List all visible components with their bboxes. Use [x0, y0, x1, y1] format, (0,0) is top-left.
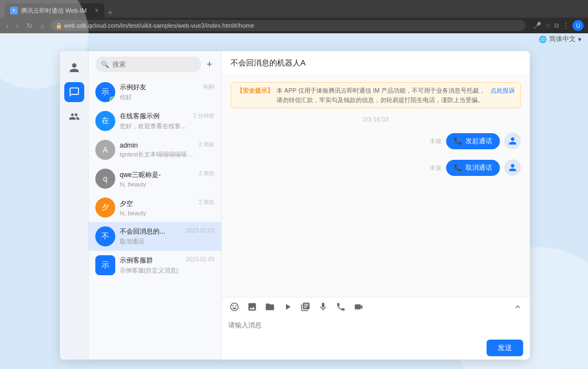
conv-name: 不会回消息的...	[120, 227, 182, 236]
sidebar-item-chat[interactable]	[64, 82, 84, 102]
avatar-text: 在	[101, 116, 109, 126]
conv-time: 刚刚	[203, 83, 214, 91]
conv-time: 2023-02-03	[186, 256, 214, 262]
conv-info: qwe三昵称是- hi, beauty	[120, 170, 195, 188]
security-label: 【安全提示】	[237, 86, 273, 95]
call-message-row-2: 未接 📞 取消通话	[231, 159, 521, 176]
conversation-list: 🔍 + 示 示例好友 你好 刚刚 在 在线客服示例 您好，欢迎查看在线客服示	[89, 51, 222, 360]
conv-item-zaixian-kefu[interactable]: 在 在线客服示例 您好，欢迎查看在线客服示例。 2 分钟前	[89, 107, 221, 135]
conv-info: 示例客服群 示例客服[自定义消息]	[120, 256, 182, 275]
file-btn[interactable]	[264, 301, 276, 313]
address-input-box[interactable]: 🔒 web.sdk.qcloud.com/im/test/uikit-sampl…	[51, 20, 525, 31]
add-conversation-btn[interactable]: +	[204, 58, 214, 71]
microphone-btn[interactable]	[317, 301, 329, 313]
conv-name: 示例好友	[120, 83, 199, 92]
microphone-btn[interactable]: 🎤	[533, 22, 541, 29]
conv-time: 2 周前	[199, 141, 214, 149]
user-avatar-chrome[interactable]: U	[572, 20, 584, 31]
input-toolbar	[222, 297, 530, 316]
conv-info: 不会回消息的... 取消通话	[120, 227, 182, 246]
input-area	[222, 316, 530, 336]
conv-last-msg: hi, beauty	[120, 210, 195, 216]
language-dropdown-icon: ▾	[578, 36, 581, 43]
url-text: web.sdk.qcloud.com/im/test/uikit-samples…	[64, 22, 254, 29]
search-bar: 🔍 +	[89, 51, 221, 78]
bookmark-btn[interactable]: ☆	[545, 22, 551, 29]
conv-last-msg: hi, beauty	[120, 181, 195, 188]
avatar-text: 不	[101, 231, 109, 241]
search-input[interactable]	[113, 60, 196, 68]
cancel-call-btn[interactable]: 📞 取消通话	[446, 160, 500, 176]
conv-info: 在线客服示例 您好，欢迎查看在线客服示例。	[120, 112, 189, 130]
call-label-2: 未接	[430, 164, 442, 172]
video-btn[interactable]	[282, 301, 294, 313]
call-icon-1: 📞	[454, 137, 462, 145]
date-divider: 2/3 16:03	[231, 116, 521, 123]
conv-item-buhui[interactable]: 不 不会回消息的... 取消通话 2023-02-03	[89, 222, 221, 251]
security-text: 本 APP 仅用于体验腾讯云即时通信 IM 产品功能，不可用于业务消息号托裁，请…	[277, 86, 487, 104]
conv-info: admin tgntest长文本嗝嗝嗝嗝嗝嗝嗝嗝嗝嗝嗝...	[120, 141, 195, 159]
chat-header: 不会回消息的机器人A	[222, 51, 530, 75]
avatar-qwe: q	[95, 169, 115, 189]
emoji-btn[interactable]	[228, 301, 241, 313]
online-status	[110, 97, 115, 102]
chat-messages: 【安全提示】 本 APP 仅用于体验腾讯云即时通信 IM 产品功能，不可用于业务…	[222, 75, 530, 297]
language-selector[interactable]: 🌐 简体中文 ▾	[539, 34, 581, 44]
conv-time: 2023-02-03	[186, 228, 214, 234]
browser-actions: 🎤 ☆ ⧉ ⋮ U	[533, 20, 584, 31]
conv-item-qwe[interactable]: q qwe三昵称是- hi, beauty 2 周前	[89, 164, 221, 193]
conv-last-msg: 您好，欢迎查看在线客服示例。	[120, 122, 189, 130]
avatar-text: A	[103, 145, 108, 154]
language-label: 简体中文	[549, 34, 576, 44]
conv-info: 示例好友 你好	[120, 83, 199, 102]
conv-last-msg: 示例客服[自定义消息]	[120, 266, 182, 275]
security-notice: 【安全提示】 本 APP 仅用于体验腾讯云即时通信 IM 产品功能，不可用于业务…	[231, 82, 521, 108]
conv-name: 在线客服示例	[120, 112, 189, 121]
chat-title: 不会回消息的机器人A	[231, 58, 305, 68]
security-link[interactable]: 点此投诉	[490, 86, 515, 95]
globe-icon: 🌐	[539, 36, 547, 43]
avatar-zaixian-kefu: 在	[95, 111, 115, 131]
sidebar-item-contacts[interactable]	[64, 58, 84, 78]
avatar-buhui: 不	[95, 226, 115, 246]
image-btn[interactable]	[246, 301, 258, 313]
conv-item-shili-qun[interactable]: 示 示例客服群 示例客服[自定义消息] 2023-02-03	[89, 251, 221, 280]
chat-area: 不会回消息的机器人A 【安全提示】 本 APP 仅用于体验腾讯云即时通信 IM …	[222, 51, 530, 360]
expand-btn[interactable]	[512, 301, 523, 312]
conv-name: qwe三昵称是-	[120, 170, 195, 180]
conv-info: 夕空 hi, beauty	[120, 199, 195, 216]
conv-last-msg: tgntest长文本嗝嗝嗝嗝嗝嗝嗝嗝嗝嗝嗝...	[120, 150, 195, 159]
avatar-xiakong: 夕	[95, 198, 115, 218]
conv-item-shili-haoyou[interactable]: 示 示例好友 你好 刚刚	[89, 78, 221, 107]
extensions-btn[interactable]: ⧉	[554, 22, 559, 29]
call-message-row-1: 未接 📞 发起通话	[231, 133, 521, 149]
app-container: 🔍 + 示 示例好友 你好 刚刚 在 在线客服示例 您好，欢迎查看在线客服示	[60, 51, 530, 360]
tab-bar: T 腾讯云即时通信 Web-IM × +	[0, 0, 588, 18]
screenshot-btn[interactable]	[299, 301, 311, 313]
conv-time: 2 周前	[199, 170, 214, 178]
call-btn-text-2: 取消通话	[466, 163, 492, 173]
call-btn-text-1: 发起通话	[466, 137, 492, 146]
video-call-btn[interactable]	[352, 301, 365, 313]
conv-last-msg: 你好	[120, 93, 199, 102]
conv-time: 2 分钟前	[193, 112, 214, 120]
conv-last-msg: 取消通话	[120, 237, 182, 246]
new-tab-btn[interactable]: +	[104, 8, 116, 18]
send-row: 发送	[222, 336, 530, 360]
sidebar-icons	[60, 51, 89, 360]
start-call-btn[interactable]: 📞 发起通话	[446, 133, 500, 149]
sidebar-item-group[interactable]	[64, 107, 84, 127]
call-avatar-2	[504, 159, 521, 176]
send-btn[interactable]: 发送	[487, 340, 523, 356]
avatar-text: 示	[101, 87, 109, 97]
message-input[interactable]	[228, 320, 311, 331]
search-icon: 🔍	[101, 60, 109, 68]
tab-close-btn[interactable]: ×	[95, 7, 99, 14]
call-avatar-1	[504, 133, 521, 149]
phone-call-btn[interactable]	[335, 301, 347, 313]
settings-btn[interactable]: ⋮	[563, 22, 569, 29]
conv-item-xiakong[interactable]: 夕 夕空 hi, beauty 2 周前	[89, 193, 221, 222]
conv-item-admin[interactable]: A admin tgntest长文本嗝嗝嗝嗝嗝嗝嗝嗝嗝嗝嗝... 2 周前	[89, 135, 221, 164]
avatar-text: q	[103, 174, 108, 183]
search-input-wrap[interactable]: 🔍	[95, 57, 201, 72]
